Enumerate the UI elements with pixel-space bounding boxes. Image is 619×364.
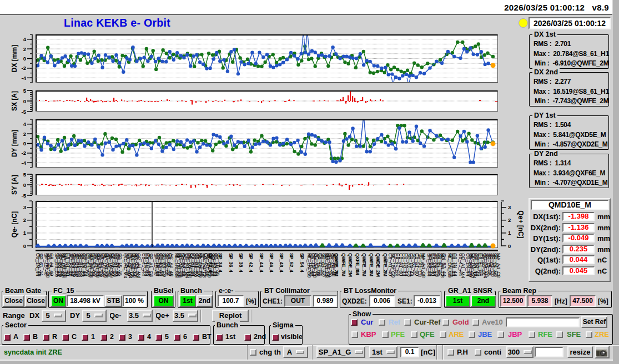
- svg-text:QWDE_2M: QWDE_2M: [348, 253, 353, 277]
- svg-text:QD_A1_M4: QD_A1_M4: [460, 253, 466, 279]
- svg-text:QXFE_8M: QXFE_8M: [355, 253, 360, 275]
- svg-text:0: 0: [23, 98, 26, 104]
- svg-text:AC_A1_48: AC_A1_48: [169, 253, 174, 276]
- svg-text:SP_52_4: SP_52_4: [289, 253, 294, 272]
- svg-text:QD_A1_M4: QD_A1_M4: [136, 253, 142, 279]
- svg-text:QWFE_2M: QWFE_2M: [383, 253, 388, 276]
- svg-text:SP_46_4: SP_46_4: [269, 253, 274, 272]
- svg-text:1: 1: [23, 230, 27, 236]
- svg-text:SP_42_4: SP_42_4: [248, 253, 254, 272]
- svg-text:2: 2: [23, 217, 26, 223]
- svg-text:QWFE_7M: QWFE_7M: [341, 253, 346, 276]
- svg-text:-5: -5: [22, 109, 27, 115]
- svg-text:0: 0: [23, 243, 26, 249]
- svg-text:DY [mm]: DY [mm]: [11, 130, 18, 157]
- svg-text:-4: -4: [22, 75, 27, 81]
- svg-text:0: 0: [23, 182, 26, 188]
- svg-text:MA_A4_C8: MA_A4_C8: [496, 253, 501, 278]
- svg-text:-2: -2: [22, 65, 26, 71]
- svg-text:2: 2: [23, 131, 26, 137]
- svg-text:QWDE_2M: QWDE_2M: [375, 253, 381, 277]
- svg-text:5: 5: [23, 88, 27, 94]
- svg-text:2: 2: [508, 217, 511, 223]
- svg-text:Qe- [nC]: Qe- [nC]: [11, 211, 18, 237]
- svg-text:1: 1: [508, 230, 511, 236]
- svg-text:-5: -5: [22, 193, 27, 199]
- svg-text:SP_A1_C8: SP_A1_C8: [148, 253, 154, 277]
- svg-text:SY [A]: SY [A]: [11, 175, 18, 195]
- svg-text:SX [A]: SX [A]: [11, 91, 18, 111]
- svg-text:SP_48_4: SP_48_4: [279, 253, 284, 272]
- svg-text:SP_61_44: SP_61_44: [38, 253, 44, 276]
- svg-text:SP_34_4: SP_34_4: [218, 253, 223, 272]
- svg-text:SP_36_4: SP_36_4: [228, 253, 234, 272]
- svg-text:0: 0: [23, 140, 26, 146]
- svg-text:C0_1N_44: C0_1N_44: [452, 253, 458, 276]
- svg-text:4: 4: [23, 36, 27, 42]
- svg-text:QWFE_7M: QWFE_7M: [361, 253, 367, 276]
- svg-text:2: 2: [23, 46, 26, 52]
- svg-text:-4: -4: [22, 160, 27, 166]
- svg-text:MA_A4_C8: MA_A4_C8: [421, 253, 426, 278]
- svg-text:Qe+ [nC]: Qe+ [nC]: [517, 210, 525, 238]
- svg-text:SP_38_4: SP_38_4: [238, 253, 244, 272]
- svg-text:3: 3: [23, 204, 26, 210]
- svg-text:QWFE_3M: QWFE_3M: [369, 253, 374, 276]
- svg-text:SH_B2_44: SH_B2_44: [441, 253, 447, 276]
- svg-text:QWFE_7M: QWFE_7M: [334, 253, 339, 276]
- svg-text:4: 4: [23, 121, 27, 127]
- svg-text:3: 3: [508, 204, 511, 210]
- svg-text:SP_44_4: SP_44_4: [259, 253, 264, 272]
- svg-text:SP_54_4: SP_54_4: [299, 253, 305, 272]
- svg-text:SP_15_48: SP_15_48: [117, 253, 123, 276]
- svg-text:0: 0: [508, 243, 511, 249]
- svg-text:-2: -2: [22, 150, 26, 156]
- svg-text:5: 5: [23, 171, 27, 178]
- svg-text:0: 0: [23, 55, 26, 62]
- svg-text:DX [mm]: DX [mm]: [11, 45, 18, 72]
- svg-text:SP_32_4: SP_32_4: [208, 253, 213, 272]
- svg-text:C8_A1_40: C8_A1_40: [49, 253, 54, 276]
